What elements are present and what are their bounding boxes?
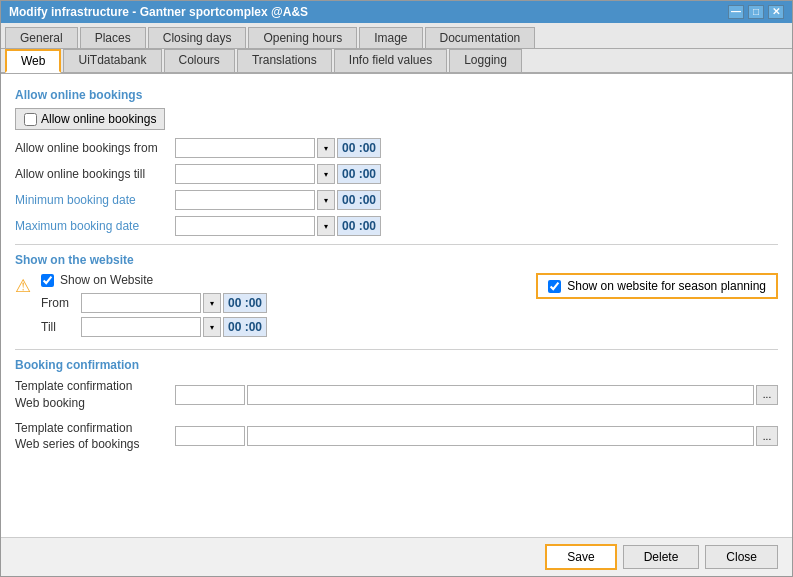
bookings-from-row: Allow online bookings from ▾ 00 :00 — [15, 138, 778, 158]
tab-uitdatabank[interactable]: UiTdatabank — [63, 49, 161, 72]
tab-opening-hours[interactable]: Opening hours — [248, 27, 357, 48]
max-booking-label: Maximum booking date — [15, 219, 175, 233]
warning-icon: ⚠ — [15, 275, 31, 297]
template-web-booking-row: Template confirmationWeb booking ... — [15, 378, 778, 412]
allow-bookings-checkbox-container: Allow online bookings — [15, 108, 165, 130]
season-planning-checkbox[interactable] — [548, 280, 561, 293]
template-series-label: Template confirmationWeb series of booki… — [15, 420, 175, 454]
max-booking-row: Maximum booking date ▾ 00 :00 — [15, 216, 778, 236]
min-booking-label: Minimum booking date — [15, 193, 175, 207]
min-booking-row: Minimum booking date ▾ 00 :00 — [15, 190, 778, 210]
tab-places[interactable]: Places — [80, 27, 146, 48]
divider1 — [15, 244, 778, 245]
template-series-long-input[interactable] — [247, 426, 754, 446]
booking-confirmation-label: Booking confirmation — [15, 358, 778, 372]
tab-logging[interactable]: Logging — [449, 49, 522, 72]
template-series-inputs: ... — [175, 426, 778, 446]
from-dropdown[interactable]: ▾ — [203, 293, 221, 313]
from-time[interactable]: 00 :00 — [223, 293, 267, 313]
titlebar: Modify infrastructure - Gantner sportcom… — [1, 1, 792, 23]
template-series-browse-button[interactable]: ... — [756, 426, 778, 446]
show-website-right: Show on website for season planning — [415, 273, 779, 299]
tab-image[interactable]: Image — [359, 27, 422, 48]
bookings-till-time[interactable]: 00 :00 — [337, 164, 381, 184]
template-web-label: Template confirmationWeb booking — [15, 378, 175, 412]
save-button[interactable]: Save — [545, 544, 616, 570]
from-date-input[interactable] — [81, 293, 201, 313]
tabs-row1: General Places Closing days Opening hour… — [1, 23, 792, 49]
template-web-long-input[interactable] — [247, 385, 754, 405]
till-date-input[interactable] — [81, 317, 201, 337]
show-website-left: Show on Website From ▾ 00 :00 Till — [41, 273, 405, 341]
from-date-group: ▾ 00 :00 — [81, 293, 267, 313]
bookings-till-date-group: ▾ 00 :00 — [175, 164, 381, 184]
tab-colours[interactable]: Colours — [164, 49, 235, 72]
bookings-till-row: Allow online bookings till ▾ 00 :00 — [15, 164, 778, 184]
bookings-from-date-group: ▾ 00 :00 — [175, 138, 381, 158]
allow-bookings-checkbox[interactable] — [24, 113, 37, 126]
tab-web[interactable]: Web — [5, 49, 61, 73]
window-title: Modify infrastructure - Gantner sportcom… — [9, 5, 308, 19]
show-website-main-row: ⚠ Show on Website From ▾ 00 :00 — [15, 273, 778, 341]
from-till-grid: From ▾ 00 :00 Till ▾ 00 :00 — [41, 293, 405, 337]
tabs-row2: Web UiTdatabank Colours Translations Inf… — [1, 49, 792, 74]
min-booking-date-input[interactable] — [175, 190, 315, 210]
tab-general[interactable]: General — [5, 27, 78, 48]
till-row: Till ▾ 00 :00 — [41, 317, 405, 337]
template-series-row: Template confirmationWeb series of booki… — [15, 420, 778, 454]
max-booking-dropdown[interactable]: ▾ — [317, 216, 335, 236]
main-content: Allow online bookings Allow online booki… — [1, 74, 792, 537]
show-website-check-row: Show on Website — [41, 273, 405, 287]
season-planning-box: Show on website for season planning — [536, 273, 778, 299]
tab-documentation[interactable]: Documentation — [425, 27, 536, 48]
show-website-section-label: Show on the website — [15, 253, 778, 267]
tab-closing-days[interactable]: Closing days — [148, 27, 247, 48]
template-series-short-input[interactable] — [175, 426, 245, 446]
bookings-till-label: Allow online bookings till — [15, 167, 175, 181]
till-label: Till — [41, 320, 81, 334]
season-planning-label: Show on website for season planning — [567, 279, 766, 293]
divider2 — [15, 349, 778, 350]
min-booking-dropdown[interactable]: ▾ — [317, 190, 335, 210]
template-web-browse-button[interactable]: ... — [756, 385, 778, 405]
bookings-from-date-input[interactable] — [175, 138, 315, 158]
template-web-inputs: ... — [175, 385, 778, 405]
bookings-till-date-input[interactable] — [175, 164, 315, 184]
till-time[interactable]: 00 :00 — [223, 317, 267, 337]
tab-info-field-values[interactable]: Info field values — [334, 49, 447, 72]
close-button-footer[interactable]: Close — [705, 545, 778, 569]
till-date-group: ▾ 00 :00 — [81, 317, 267, 337]
bookings-till-dropdown[interactable]: ▾ — [317, 164, 335, 184]
bookings-from-time[interactable]: 00 :00 — [337, 138, 381, 158]
maximize-button[interactable]: □ — [748, 5, 764, 19]
tab-translations[interactable]: Translations — [237, 49, 332, 72]
delete-button[interactable]: Delete — [623, 545, 700, 569]
bookings-from-dropdown[interactable]: ▾ — [317, 138, 335, 158]
window-controls: — □ ✕ — [728, 5, 784, 19]
min-booking-time[interactable]: 00 :00 — [337, 190, 381, 210]
show-website-checkbox[interactable] — [41, 274, 54, 287]
from-row: From ▾ 00 :00 — [41, 293, 405, 313]
footer: Save Delete Close — [1, 537, 792, 576]
from-label: From — [41, 296, 81, 310]
allow-bookings-section-label: Allow online bookings — [15, 88, 778, 102]
allow-bookings-checkbox-label: Allow online bookings — [41, 112, 156, 126]
bookings-from-label: Allow online bookings from — [15, 141, 175, 155]
max-booking-time[interactable]: 00 :00 — [337, 216, 381, 236]
till-dropdown[interactable]: ▾ — [203, 317, 221, 337]
template-web-short-input[interactable] — [175, 385, 245, 405]
show-website-checkbox-label: Show on Website — [60, 273, 153, 287]
max-booking-date-input[interactable] — [175, 216, 315, 236]
max-booking-date-group: ▾ 00 :00 — [175, 216, 381, 236]
main-window: Modify infrastructure - Gantner sportcom… — [0, 0, 793, 577]
min-booking-date-group: ▾ 00 :00 — [175, 190, 381, 210]
close-button[interactable]: ✕ — [768, 5, 784, 19]
minimize-button[interactable]: — — [728, 5, 744, 19]
